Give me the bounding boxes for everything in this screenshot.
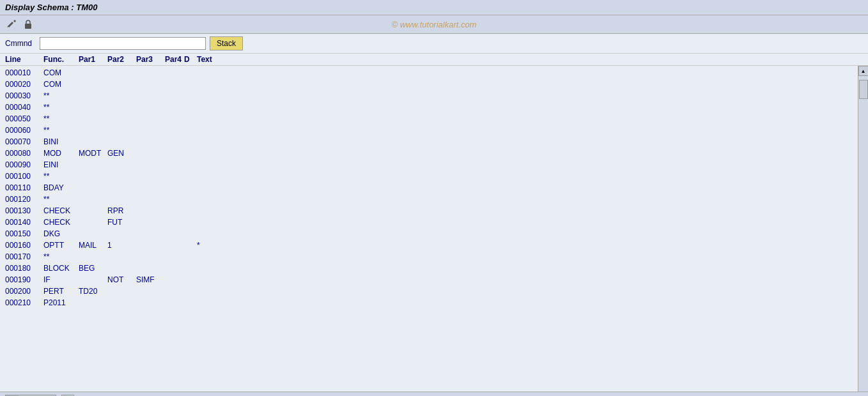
table-row[interactable]: 000150DKG bbox=[5, 228, 853, 240]
scrollbar-right[interactable]: ▲ ▼ bbox=[858, 66, 868, 396]
table-row[interactable]: 000200PERTTD20 bbox=[5, 286, 853, 297]
scroll-up-arrow[interactable]: ▲ bbox=[858, 66, 869, 76]
table-row[interactable]: 000110BDAY bbox=[5, 182, 853, 194]
table-row[interactable]: 000050** bbox=[5, 113, 853, 125]
table-row[interactable]: 000170** bbox=[5, 251, 853, 263]
table-row[interactable]: 000120** bbox=[5, 194, 853, 205]
table-row[interactable]: 000140CHECKFUT bbox=[5, 217, 853, 228]
table-row[interactable]: 000080MODMODTGEN bbox=[5, 148, 853, 159]
table-header: Line Func. Par1 Par2 Par3 Par4 D Text bbox=[0, 54, 868, 66]
header-par4: Par4 bbox=[165, 55, 184, 64]
svg-rect-0 bbox=[25, 24, 31, 29]
table-row[interactable]: 000070BINI bbox=[5, 136, 853, 148]
main-content[interactable]: 000010COM000020COM000030**000040**000050… bbox=[0, 66, 868, 396]
title-bar: Display Schema : TM00 bbox=[0, 0, 868, 15]
header-d: D bbox=[184, 55, 197, 64]
command-label: Cmmnd bbox=[5, 39, 36, 48]
toolbar: © www.tutorialkart.com bbox=[0, 15, 868, 34]
table-row[interactable]: 000090EINI bbox=[5, 159, 853, 171]
stack-button[interactable]: Stack bbox=[210, 36, 243, 50]
table-row[interactable]: 000190IFNOTSIMF bbox=[5, 274, 853, 286]
command-bar: Cmmnd Stack bbox=[0, 34, 868, 54]
watermark: © www.tutorialkart.com bbox=[391, 20, 476, 29]
table-row[interactable]: 000130CHECKRPR bbox=[5, 205, 853, 217]
tool-icon[interactable] bbox=[5, 18, 18, 31]
data-rows: 000010COM000020COM000030**000040**000050… bbox=[0, 66, 868, 310]
header-func: Func. bbox=[43, 55, 79, 64]
header-text: Text bbox=[197, 55, 325, 64]
table-row[interactable]: 000160OPTTMAIL1* bbox=[5, 240, 853, 251]
bottom-bar bbox=[0, 392, 868, 396]
table-row[interactable]: 000210P2011 bbox=[5, 297, 853, 308]
table-row[interactable]: 000020COM bbox=[5, 79, 853, 90]
header-line: Line bbox=[5, 55, 43, 64]
table-row[interactable]: 000180BLOCKBEG bbox=[5, 263, 853, 274]
table-row[interactable]: 000010COM bbox=[5, 67, 853, 79]
page-title: Display Schema : TM00 bbox=[5, 3, 98, 12]
header-par3: Par3 bbox=[136, 55, 165, 64]
table-row[interactable]: 000040** bbox=[5, 102, 853, 113]
lock-icon[interactable] bbox=[22, 18, 35, 31]
scroll-thumb[interactable] bbox=[859, 80, 868, 99]
table-row[interactable]: 000030** bbox=[5, 90, 853, 102]
table-row[interactable]: 000060** bbox=[5, 125, 853, 136]
command-input[interactable] bbox=[40, 37, 206, 50]
header-par1: Par1 bbox=[79, 55, 107, 64]
table-row[interactable]: 000100** bbox=[5, 171, 853, 182]
header-par2: Par2 bbox=[107, 55, 136, 64]
